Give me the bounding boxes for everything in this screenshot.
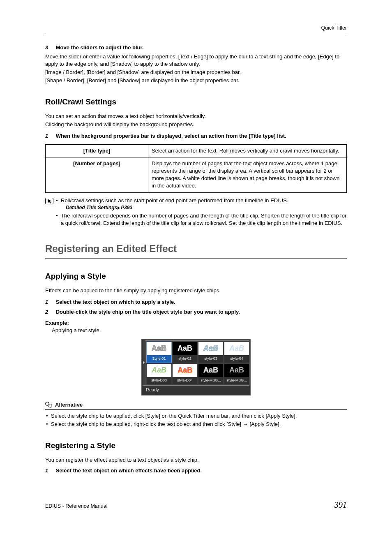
roll-heading: Roll/Crawl Settings xyxy=(45,97,347,108)
table-row: [Title type] Select an action for the te… xyxy=(46,144,347,157)
cell-value: Select an action for the text. Roll move… xyxy=(148,144,347,157)
example-label: Example: xyxy=(45,319,347,327)
cell-label: [Number of pages] xyxy=(46,157,148,192)
style-chip-label: style-03 xyxy=(198,355,223,363)
style-thumb: AaB xyxy=(198,364,223,377)
style-chip-label: style-MSG... xyxy=(198,377,223,384)
list-item: Select the style chip to be applied, rig… xyxy=(45,421,347,428)
step-number: 2 xyxy=(45,308,54,316)
step-number: 1 xyxy=(45,298,54,306)
header-section: Quick Titler xyxy=(45,25,347,32)
step-title: When the background properties bar is di… xyxy=(56,133,286,139)
style-bar-panel: AaB Style-01 AaB style-02 AaB style-03 A… xyxy=(141,339,251,395)
style-chip[interactable]: AaB style-04 xyxy=(224,342,249,363)
step-3: 3 Move the sliders to adjust the blur. xyxy=(45,44,347,51)
style-chip-label: Style-01 xyxy=(147,355,171,363)
style-chip[interactable]: AaB style-MSG... xyxy=(198,364,223,384)
style-thumb: AaB xyxy=(147,364,171,377)
apply-step1: 1 Select the text object on which to app… xyxy=(45,298,347,306)
apply-intro: Effects can be applied to the title simp… xyxy=(45,287,347,294)
register-heading: Registering an Edited Effect xyxy=(45,242,347,256)
style-thumb: AaB xyxy=(224,342,249,355)
alternative-icon xyxy=(45,402,53,408)
note-block: Roll/crawl settings such as the start po… xyxy=(45,197,347,228)
style-thumb: AaB xyxy=(173,364,197,377)
step-number: 1 xyxy=(45,132,54,140)
regstyle-step1: 1 Select the text object on which effect… xyxy=(45,467,347,474)
style-chip-label: style-MSG... xyxy=(224,377,249,384)
page-footer: EDIUS - Reference Manual 391 xyxy=(45,499,347,511)
style-chip-label: style-04 xyxy=(224,355,249,363)
step-number: 1 xyxy=(45,467,54,474)
style-chip-label: style-D04 xyxy=(173,377,197,384)
cross-reference[interactable]: Detailed Title SettingsP393 xyxy=(61,204,347,211)
collapse-handle[interactable] xyxy=(143,340,145,385)
step3-p2: [Image / Border], [Border] and [Shadow] … xyxy=(45,69,347,76)
regstyle-heading: Registering a Style xyxy=(45,440,347,451)
header-rule xyxy=(45,34,347,34)
note-item: The roll/crawl speed depends on the numb… xyxy=(56,212,347,227)
cell-label: [Title type] xyxy=(46,144,148,157)
list-item: Select the style chip to be applied, cli… xyxy=(45,412,347,420)
properties-table: [Title type] Select an action for the te… xyxy=(45,144,347,193)
cell-value: Displays the number of pages that the te… xyxy=(148,157,347,192)
status-bar: Ready xyxy=(143,386,249,394)
xref-page: P393 xyxy=(121,205,132,210)
xref-label: Detailed Title Settings xyxy=(66,205,117,210)
example-text: Applying a text style xyxy=(45,327,347,334)
style-chip[interactable]: AaB style-MSG... xyxy=(224,364,249,384)
footer-doc-title: EDIUS - Reference Manual xyxy=(45,503,107,510)
alternative-list: Select the style chip to be applied, cli… xyxy=(45,412,347,428)
style-chip-label: style-D03 xyxy=(147,377,171,384)
roll-p1: You can set an action that moves a text … xyxy=(45,113,347,120)
alternative-title: Alternative xyxy=(55,401,83,409)
table-row: [Number of pages] Displays the number of… xyxy=(46,157,347,192)
roll-step1: 1 When the background properties bar is … xyxy=(45,132,347,140)
step-title: Move the sliders to adjust the blur. xyxy=(56,44,144,51)
footer-page-number: 391 xyxy=(334,499,347,511)
note-icon xyxy=(45,198,53,204)
style-thumb: AaB xyxy=(147,342,171,355)
step3-p1: Move the slider or enter a value for fol… xyxy=(45,53,347,68)
note-item: Roll/crawl settings such as the start po… xyxy=(56,197,347,211)
style-thumb: AaB xyxy=(198,342,223,355)
style-chip[interactable]: AaB style-02 xyxy=(173,342,197,363)
step-title: Double-click the style chip on the title… xyxy=(56,309,240,315)
style-chip[interactable]: AaB Style-01 xyxy=(147,342,171,363)
apply-heading: Applying a Style xyxy=(45,271,347,282)
step-title: Select the text object on which to apply… xyxy=(56,299,175,305)
style-thumb: AaB xyxy=(173,342,197,355)
style-chip-label: style-02 xyxy=(173,355,197,363)
note-text: Roll/crawl settings such as the start po… xyxy=(61,197,288,204)
roll-p2: Clicking the background will display the… xyxy=(45,121,347,128)
arrow-right-icon xyxy=(118,206,120,210)
style-chip[interactable]: AaB style-D03 xyxy=(147,364,171,384)
step-number: 3 xyxy=(45,44,54,51)
step-title: Select the text object on which effects … xyxy=(56,467,202,474)
step3-p3: [Shape / Border], [Border] and [Shadow] … xyxy=(45,77,347,84)
regstyle-intro: You can register the effect applied to a… xyxy=(45,456,347,464)
apply-step2: 2 Double-click the style chip on the tit… xyxy=(45,308,347,316)
style-chip[interactable]: AaB style-03 xyxy=(198,342,223,363)
style-thumb: AaB xyxy=(224,364,249,377)
h1-rule xyxy=(45,258,347,259)
alternative-heading-row: Alternative xyxy=(45,401,347,410)
style-chip[interactable]: AaB style-D04 xyxy=(173,364,197,384)
